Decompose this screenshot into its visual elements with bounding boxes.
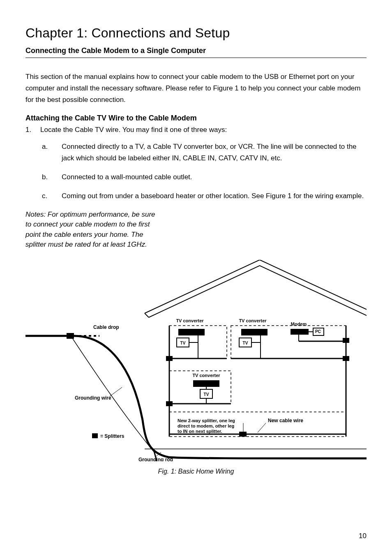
step-text: Locate the Cable TV wire. You may find i… — [40, 124, 367, 135]
svg-rect-19 — [241, 329, 267, 335]
svg-rect-40 — [166, 401, 173, 406]
notes-block: Notes: For optimum performance, be sure … — [25, 210, 161, 250]
home-wiring-diagram: Cable drop Grounding wire = Splitters Gr… — [25, 260, 367, 461]
subitem-text: Connected directly to a TV, a Cable TV c… — [62, 141, 367, 164]
svg-rect-34 — [239, 432, 247, 437]
svg-rect-3 — [67, 333, 74, 339]
svg-line-6 — [110, 387, 122, 396]
svg-line-0 — [145, 313, 149, 317]
svg-rect-24 — [291, 329, 309, 335]
label-cable-drop: Cable drop — [93, 324, 119, 330]
subitem-letter: a. — [42, 141, 62, 164]
section-title: Connecting the Cable Modem to a Single C… — [25, 46, 367, 58]
subsection-title: Attaching the Cable TV Wire to the Cable… — [25, 114, 367, 123]
label-modem: Modem — [291, 321, 307, 326]
chapter-title: Chapter 1: Connections and Setup — [25, 25, 367, 41]
subitem-a: a. Connected directly to a TV, a Cable T… — [42, 141, 367, 164]
step-number: 1. — [25, 124, 40, 135]
figure-1: Cable drop Grounding wire = Splitters Gr… — [25, 260, 367, 461]
subitem-letter: b. — [42, 171, 62, 183]
subitem-b: b. Connected to a wall-mounted cable out… — [42, 171, 367, 183]
subitem-letter: c. — [42, 190, 62, 202]
svg-line-38 — [258, 423, 266, 432]
step-1-sublist: a. Connected directly to a TV, a Cable T… — [42, 141, 367, 202]
figure-caption: Fig. 1: Basic Home Wiring — [25, 468, 367, 475]
label-grounding-rod: Grounding rod — [138, 457, 173, 461]
label-tv-2: TV — [243, 341, 248, 345]
svg-rect-29 — [193, 380, 219, 387]
label-tv-converter-2: TV converter — [239, 318, 267, 323]
label-splitters-key: = Splitters — [100, 433, 125, 439]
subitem-text: Connected to a wall-mounted cable outlet… — [62, 171, 367, 183]
subitem-text: Coming out from under a baseboard heater… — [62, 190, 367, 202]
svg-rect-14 — [178, 329, 205, 335]
label-grounding-wire: Grounding wire — [75, 395, 111, 401]
subitem-c: c. Coming out from under a baseboard hea… — [42, 190, 367, 202]
label-splitter-note-1: New 2-way splitter, one leg — [178, 418, 235, 423]
label-splitter-note-2: direct to modem, other leg — [178, 423, 234, 428]
splitter-legend-icon — [92, 433, 98, 438]
svg-rect-42 — [343, 356, 349, 361]
page-number: 10 — [359, 532, 367, 540]
label-splitter-note-3: to IN on next splitter. — [178, 429, 222, 434]
label-tv-3: TV — [204, 392, 209, 397]
intro-paragraph: This section of the manual explains how … — [25, 71, 367, 106]
step-1: 1. Locate the Cable TV wire. You may fin… — [25, 124, 367, 135]
svg-rect-39 — [166, 356, 173, 361]
label-tv-converter-1: TV converter — [176, 318, 204, 323]
label-tv-converter-3: TV converter — [192, 373, 220, 378]
svg-rect-41 — [343, 338, 349, 343]
label-new-cable-wire: New cable wire — [268, 418, 303, 423]
document-page: Chapter 1: Connections and Setup Connect… — [0, 0, 392, 555]
label-pc: PC — [315, 329, 321, 334]
label-tv-1: TV — [180, 341, 186, 345]
